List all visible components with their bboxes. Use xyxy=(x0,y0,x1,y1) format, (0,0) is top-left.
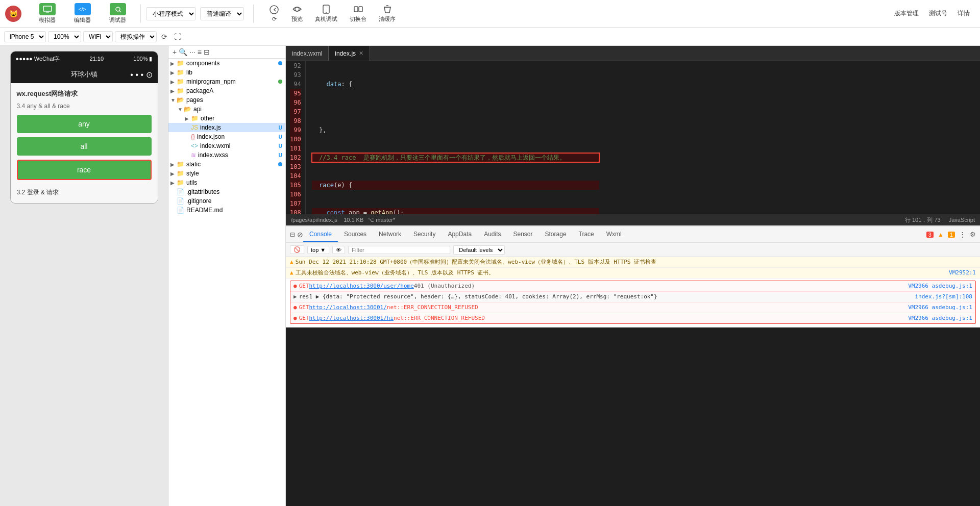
preview-btn[interactable]: 预览 xyxy=(291,4,303,23)
devtools-expand-btn[interactable]: ⊟ xyxy=(290,231,295,238)
tree-item-index-js[interactable]: JS index.js U xyxy=(168,123,285,132)
tree-item-pages[interactable]: ▼ 📂 pages xyxy=(168,95,285,105)
err-link2[interactable]: http://localhost:30001/ xyxy=(309,303,387,312)
expand-icon[interactable]: ▶ xyxy=(293,293,297,301)
tree-item-api[interactable]: ▼ 📂 api xyxy=(168,105,285,114)
sep1 xyxy=(140,5,141,23)
err-link1[interactable]: http://localhost:3000/user/home xyxy=(309,282,414,290)
console-filter-input[interactable] xyxy=(348,246,450,254)
right-panel: index.wxml index.js ✕ 92 93 94 95 96 97 … xyxy=(286,46,980,506)
device-select[interactable]: iPhone 5 iPhone xyxy=(4,31,46,42)
sort-btn[interactable]: ≡ xyxy=(198,48,202,56)
simulator-btn[interactable]: 模拟器 xyxy=(39,3,56,24)
tree-item-index-json[interactable]: {} index.json U xyxy=(168,132,285,141)
language-status: JavaScript xyxy=(949,217,975,223)
fullscreen-btn[interactable]: ⛶ xyxy=(172,31,183,42)
code-editor[interactable]: 92 93 94 95 96 97 98 99 100 101 102 103 … xyxy=(286,61,980,214)
tab-security[interactable]: Security xyxy=(407,227,442,242)
debugger-btn[interactable]: 调试器 xyxy=(109,3,126,24)
rotate-btn[interactable]: ⟳ xyxy=(159,31,170,42)
console-level-select[interactable]: Default levels xyxy=(453,245,505,255)
cutboard-btn[interactable]: 切换台 xyxy=(350,4,366,23)
tab-audits[interactable]: Audits xyxy=(478,227,507,242)
tree-item-style[interactable]: ▶ 📁 style xyxy=(168,169,285,178)
tree-item-gitattributes[interactable]: 📄 .gitattributes xyxy=(168,187,285,196)
avatar[interactable]: 🐱 xyxy=(5,6,21,22)
phone-any-btn[interactable]: any xyxy=(17,115,152,133)
devtools-panel: ⊟ ⊘ Console Sources Network Security App… xyxy=(286,225,980,327)
svg-point-3 xyxy=(116,7,120,11)
source2[interactable]: index.js?[sm]:108 xyxy=(915,293,972,301)
phone-nav-dots[interactable]: • • • ⊙ xyxy=(130,70,152,80)
svg-rect-9 xyxy=(354,7,358,12)
tree-item-index-wxml[interactable]: <> index.wxml U xyxy=(168,141,285,150)
tab-storage[interactable]: Storage xyxy=(539,227,573,242)
svg-rect-10 xyxy=(359,7,362,12)
action-select[interactable]: 模拟操作 xyxy=(115,31,157,42)
collapse-btn[interactable]: ⊟ xyxy=(204,48,210,56)
version-btn[interactable]: 版本管理 xyxy=(894,9,919,18)
tree-item-index-wxss[interactable]: ≋ index.wxss U xyxy=(168,150,285,160)
devtools-settings-btn[interactable]: ⚙ xyxy=(970,231,976,238)
network-select[interactable]: WiFi xyxy=(83,31,113,42)
search-btn[interactable]: 🔍 xyxy=(179,48,187,56)
tab-console[interactable]: Console xyxy=(303,227,338,242)
phone-race-btn[interactable]: race xyxy=(17,160,152,180)
tab-js[interactable]: index.js ✕ xyxy=(329,46,370,61)
err-link3[interactable]: http://localhost:30001/hi xyxy=(309,314,394,322)
devtools-clear-btn[interactable]: ⊘ xyxy=(297,231,303,239)
console-error-line3: ● GET http://localhost:30001/hi net::ERR… xyxy=(290,313,975,323)
json-file-icon: {} xyxy=(191,133,195,140)
console-clear-btn[interactable]: 🚫 xyxy=(290,245,304,254)
phone-subtitle: 3.4 any & all & race xyxy=(17,103,152,110)
tab-wxml[interactable]: Wxml xyxy=(600,227,628,242)
close-tab-icon[interactable]: ✕ xyxy=(359,50,363,57)
add-file-btn[interactable]: + xyxy=(173,48,177,56)
more-btn[interactable]: ··· xyxy=(189,48,195,56)
tab-sources[interactable]: Sources xyxy=(338,227,373,242)
devtools-icons: ⊟ ⊘ xyxy=(290,231,303,239)
console-error-line2: ● GET http://localhost:30001/ net::ERR_C… xyxy=(290,302,975,313)
tab-js-label: index.js xyxy=(335,50,356,57)
top-btn[interactable]: top ▼ xyxy=(307,246,329,254)
tab-appdata[interactable]: AppData xyxy=(442,227,478,242)
tree-item-components[interactable]: ▶ 📁 components xyxy=(168,59,285,68)
source1[interactable]: VM2966 asdebug.js:1 xyxy=(908,282,972,290)
tree-item-miniprogram[interactable]: ▶ 📁 miniprogram_npm xyxy=(168,77,285,86)
console-prompt-line[interactable]: ▶ xyxy=(286,326,980,327)
tab-network[interactable]: Network xyxy=(373,227,407,242)
source3[interactable]: VM2966 asdebug.js:1 xyxy=(908,303,972,312)
compile-icon-btn[interactable]: ⟳ xyxy=(269,5,279,22)
devtools-more-btn[interactable]: ⋮ xyxy=(959,231,966,238)
console-content: ▲ Sun Dec 12 2021 21:10:28 GMT+0800（中国标准… xyxy=(286,257,980,327)
tab-wxml[interactable]: index.wxml xyxy=(286,46,329,61)
tree-item-utils[interactable]: ▶ 📁 utils xyxy=(168,178,285,187)
tree-item-other[interactable]: ▶ 📁 other xyxy=(168,114,285,123)
console-source2[interactable]: VM2952:1 xyxy=(949,269,976,277)
tree-item-packageA[interactable]: ▶ 📁 packageA xyxy=(168,86,285,95)
cutboard-label: 切换台 xyxy=(350,15,366,23)
testid-btn[interactable]: 测试号 xyxy=(929,9,947,18)
tree-item-static[interactable]: ▶ 📁 static xyxy=(168,160,285,169)
tree-item-readme[interactable]: 📄 README.md xyxy=(168,206,285,215)
branch-status: ⌥ master* xyxy=(368,217,395,223)
phone-all-btn[interactable]: all xyxy=(17,137,152,156)
compile-select[interactable]: 普通编译 xyxy=(200,7,244,20)
mode-select[interactable]: 小程序模式 xyxy=(146,7,196,20)
devtools-tabs: ⊟ ⊘ Console Sources Network Security App… xyxy=(286,226,980,243)
cleaner-btn[interactable]: 清缓序 xyxy=(379,4,396,23)
editor-btn[interactable]: </> 编辑器 xyxy=(74,3,91,24)
eye-btn[interactable]: 👁 xyxy=(332,246,345,254)
second-toolbar: iPhone 5 iPhone 100% WiFi 模拟操作 ⟳ ⛶ xyxy=(0,28,980,46)
tab-trace[interactable]: Trace xyxy=(573,227,600,242)
folder-icon: 📁 xyxy=(177,78,184,85)
detail-btn[interactable]: 详情 xyxy=(958,9,970,18)
tree-label: pages xyxy=(186,96,283,104)
realtest-btn[interactable]: 真机调试 xyxy=(315,4,337,23)
source4[interactable]: VM2966 asdebug.js:1 xyxy=(908,314,972,322)
zoom-select[interactable]: 100% xyxy=(48,31,81,42)
tree-item-gitignore[interactable]: 📄 .gitignore xyxy=(168,196,285,206)
error-count-badge: 3 xyxy=(926,232,934,238)
tab-sensor[interactable]: Sensor xyxy=(507,227,539,242)
tree-item-lib[interactable]: ▶ 📁 lib xyxy=(168,68,285,77)
